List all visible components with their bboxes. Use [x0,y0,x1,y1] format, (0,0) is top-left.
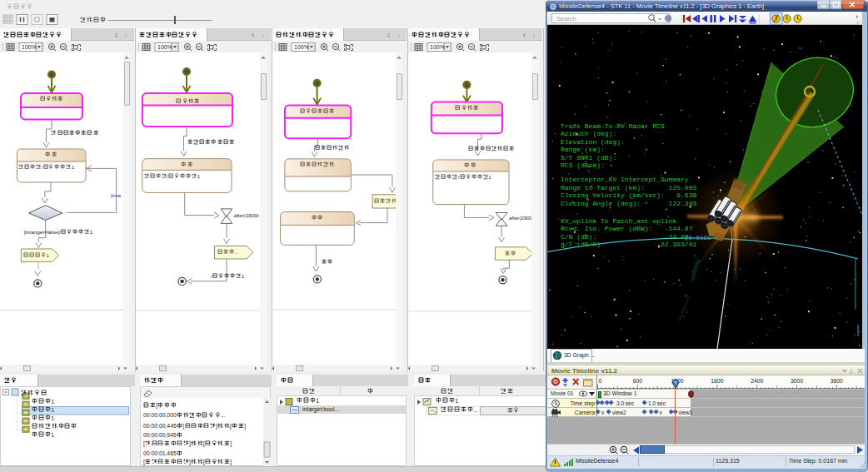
svg-text:600: 600 [633,378,643,384]
svg-text:100%: 100% [157,44,172,50]
svg-text:3600: 3600 [831,378,843,384]
svg-text:2400: 2400 [751,378,763,384]
svg-text:100%: 100% [294,44,309,50]
svg-text:3000: 3000 [791,378,803,384]
svg-text:100%: 100% [430,44,445,50]
svg-text:0: 0 [599,378,602,384]
svg-text:100%: 100% [22,44,37,50]
svg-text:1800: 1800 [711,378,723,384]
